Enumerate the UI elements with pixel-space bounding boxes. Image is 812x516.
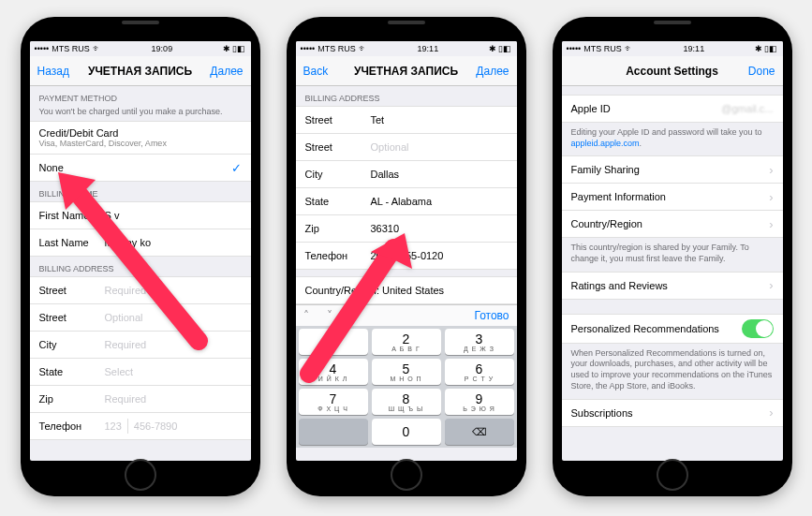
kb-done-button[interactable]: Готово (474, 309, 509, 322)
apple-id-footer: Editing your Apple ID and password will … (562, 123, 783, 156)
credit-card-row[interactable]: Credit/Debit Card Visa, MasterCard, Disc… (30, 121, 251, 155)
personalized-rec-row[interactable]: Personalized Recommendations (562, 314, 783, 344)
status-bar: ••••• MTS RUS ᯤ 19:11 ✱ ▯◧ (296, 41, 517, 56)
numeric-keyboard: 1 2А Б В Г 3Д Е Ж З 4И Й К Л 5М Н О П 6Р… (296, 326, 517, 448)
nav-bar: Назад УЧЕТНАЯ ЗАПИСЬ Далее (30, 56, 251, 86)
home-button (657, 459, 688, 491)
payment-none-row[interactable]: None ✓ (30, 154, 251, 182)
nav-title: Account Settings (611, 65, 734, 78)
key-9[interactable]: 9Ь Э Ю Я (445, 389, 514, 415)
chevron-right-icon: › (769, 163, 773, 177)
personalized-footer: When Personalized Recommendations is tur… (562, 344, 783, 400)
status-bar: ••••• MTS RUS ᯤ 19:09 ✱ ▯◧ (30, 41, 251, 56)
street2-row[interactable]: StreetOptional (30, 303, 251, 332)
chevron-right-icon: › (769, 217, 773, 231)
key-0[interactable]: 0 (372, 419, 441, 445)
status-bar: ••••• MTS RUS ᯤ 19:11 ✱ ▯◧ (562, 41, 783, 56)
back-button[interactable]: Back (303, 65, 345, 78)
family-sharing-row[interactable]: Family Sharing› (562, 155, 783, 184)
last-name-row[interactable]: Last Name Mikhay ko (30, 229, 251, 257)
subscriptions-row[interactable]: Subscriptions› (562, 399, 783, 427)
key-6[interactable]: 6Р С Т У (445, 359, 514, 385)
toggle-switch[interactable] (742, 319, 774, 338)
key-2[interactable]: 2А Б В Г (372, 329, 441, 355)
home-button (391, 459, 422, 491)
nav-bar: Account Settings Done (562, 56, 783, 86)
phone-mock-2: ••••• MTS RUS ᯤ 19:11 ✱ ▯◧ Back УЧЕТНАЯ … (287, 17, 526, 496)
key-7[interactable]: 7Ф Х Ц Ч (299, 389, 368, 415)
key-backspace[interactable]: ⌫ (445, 419, 514, 445)
state-row[interactable]: StateAL - Alabama (296, 187, 517, 215)
home-button (125, 459, 156, 491)
billing-name-header: BILLING NAME (30, 182, 251, 202)
state-row[interactable]: StateSelect (30, 358, 251, 386)
key-1[interactable]: 1 (299, 329, 368, 355)
chevron-right-icon: › (769, 278, 773, 292)
first-name-row[interactable]: First Name S v (30, 201, 251, 229)
backspace-icon: ⌫ (472, 426, 487, 438)
ratings-reviews-row[interactable]: Ratings and Reviews› (562, 272, 783, 300)
chevron-right-icon: › (769, 190, 773, 204)
zip-row[interactable]: Zip36310 (296, 214, 517, 243)
phone-row[interactable]: Телефон 123456-7890 (30, 412, 251, 440)
phone-mock-3: ••••• MTS RUS ᯤ 19:11 ✱ ▯◧ Account Setti… (553, 17, 792, 496)
screen-2: ••••• MTS RUS ᯤ 19:11 ✱ ▯◧ Back УЧЕТНАЯ … (296, 41, 517, 461)
city-row[interactable]: CityDallas (296, 160, 517, 188)
phone-row[interactable]: Телефон 202555-0120 (296, 242, 517, 270)
appleid-link[interactable]: appleid.apple.com (571, 139, 640, 148)
screen-1: ••••• MTS RUS ᯤ 19:09 ✱ ▯◧ Назад УЧЕТНАЯ… (30, 41, 251, 461)
key-4[interactable]: 4И Й К Л (299, 359, 368, 385)
payment-info-row[interactable]: Payment Information› (562, 183, 783, 211)
street-row[interactable]: StreetRequired (30, 276, 251, 304)
region-footer: This country/region is shared by your Fa… (562, 238, 783, 272)
chevron-right-icon: › (769, 405, 773, 420)
street-row[interactable]: StreetTet (296, 106, 517, 134)
keyboard-accessory: ˄ ˅ Готово (296, 304, 517, 326)
billing-address-header: BILLING ADDRESS (296, 86, 517, 107)
next-button[interactable]: Далее (468, 65, 509, 78)
kb-prev-next[interactable]: ˄ ˅ (303, 309, 340, 322)
zip-row[interactable]: ZipRequired (30, 385, 251, 413)
done-button[interactable]: Done (734, 65, 775, 78)
nav-title: УЧЕТНАЯ ЗАПИСЬ (79, 65, 202, 78)
payment-method-header: PAYMENT METHOD (30, 86, 251, 107)
phone-mock-1: ••••• MTS RUS ᯤ 19:09 ✱ ▯◧ Назад УЧЕТНАЯ… (21, 17, 260, 496)
apple-id-row[interactable]: Apple ID @gmail.c... (562, 95, 783, 123)
screen-3: ••••• MTS RUS ᯤ 19:11 ✱ ▯◧ Account Setti… (562, 41, 783, 461)
key-5[interactable]: 5М Н О П (372, 359, 441, 385)
key-8[interactable]: 8Ш Щ Ъ Ы (372, 389, 441, 415)
billing-address-header: BILLING ADDRESS (30, 257, 251, 277)
back-button[interactable]: Назад (37, 65, 79, 78)
country-row[interactable]: Country/Region: United States (296, 276, 517, 304)
payment-method-subtext: You won't be charged until you make a pu… (30, 107, 251, 122)
country-region-row[interactable]: Country/Region› (562, 210, 783, 238)
city-row[interactable]: CityRequired (30, 331, 251, 359)
nav-title: УЧЕТНАЯ ЗАПИСЬ (345, 65, 468, 78)
street2-row[interactable]: StreetOptional (296, 133, 517, 161)
key-blank (299, 419, 368, 445)
next-button[interactable]: Далее (202, 65, 244, 78)
nav-bar: Back УЧЕТНАЯ ЗАПИСЬ Далее (296, 56, 517, 86)
key-3[interactable]: 3Д Е Ж З (445, 329, 514, 355)
checkmark-icon: ✓ (231, 161, 242, 175)
